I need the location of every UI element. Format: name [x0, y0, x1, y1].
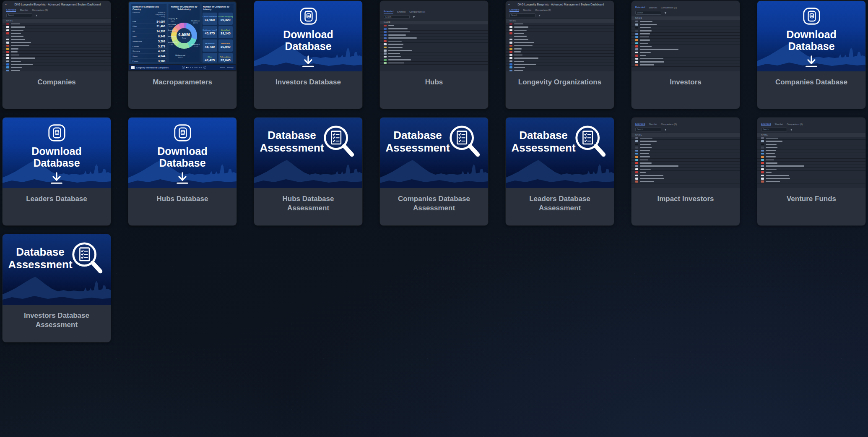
row-logo: [6, 51, 9, 53]
table-row: [506, 63, 614, 66]
thumb-tab: Extended: [635, 5, 645, 9]
row-text: [640, 49, 678, 50]
table-row: [632, 42, 740, 45]
table-row: [757, 146, 865, 149]
card-hubs-database[interactable]: Download Database Hubs Database: [128, 118, 236, 225]
table-row: [632, 20, 740, 23]
row-text: [640, 58, 663, 60]
row-text: [11, 61, 21, 62]
row-logo: [635, 144, 638, 146]
table-row: [506, 66, 614, 69]
table-row: [380, 31, 488, 34]
filter-icon: [664, 128, 667, 131]
kpi-card: Clinical Data Manag...61,960: [203, 13, 217, 25]
row-logo: [6, 36, 9, 38]
window-title: DKG Longevity Blueprints - Advanced Mana…: [510, 3, 611, 6]
table-row: [380, 37, 488, 40]
card-investors-database-assessment[interactable]: Database Assessment Investors Database A…: [3, 234, 111, 342]
table-row: [380, 62, 488, 65]
country-row: Other21,406: [131, 24, 167, 29]
row-text: [388, 56, 401, 58]
row-text: [388, 47, 403, 48]
row-text: [766, 181, 780, 182]
row-logo: [509, 51, 512, 53]
card-longevity-organizations[interactable]: « DKG Longevity Blueprints - Advanced Ma…: [506, 1, 614, 109]
row-logo: [509, 54, 512, 56]
card-leaders-database-assessment[interactable]: Database Assessment Leaders Database Ass…: [506, 118, 614, 225]
table-row: [506, 47, 614, 50]
kpi-card: AI R&D for Ageing R...39,320: [218, 13, 233, 25]
row-logo: [509, 60, 512, 63]
card-title: Longevity Organizations: [506, 78, 614, 87]
database-assessment-tile: Database Assessment: [506, 118, 614, 188]
report-title: Longevity International Companies: [136, 66, 169, 69]
segment-label: Advanced BioTe7.8%: [168, 41, 177, 46]
row-text: [640, 43, 648, 44]
table-row: [380, 58, 488, 61]
table-row: [3, 69, 111, 71]
row-text: [640, 150, 650, 151]
database-assessment-tile: Database Assessment: [254, 118, 362, 188]
kpi-grid: Clinical Data Manag...61,960AI R&D for A…: [201, 11, 234, 63]
row-text: [11, 26, 25, 28]
thumb-tab: Extended: [384, 10, 393, 13]
column-header: Name: [757, 133, 865, 137]
row-logo: [509, 29, 512, 31]
card-title: Companies Database Assessment: [380, 194, 488, 213]
table-row: [506, 38, 614, 41]
card-hubs-database-assessment[interactable]: Database Assessment Hubs Database Assess…: [254, 118, 362, 225]
card-macroparameters[interactable]: Number of Companies by Country Dimension…: [128, 1, 236, 109]
card-hubs[interactable]: « ExtendedShortlistComparison (0) Search…: [380, 1, 488, 109]
card-title: Hubs Database: [128, 194, 236, 204]
row-text: [514, 48, 522, 50]
table-row: [632, 180, 740, 183]
dashboard-preview: Number of Companies by Country Dimension…: [128, 1, 236, 71]
table-row: [632, 54, 740, 57]
search-input: Search: [384, 15, 410, 19]
table-preview: « DKG Longevity Blueprints - Advanced Ma…: [3, 1, 111, 71]
table-row: [632, 155, 740, 158]
card-impact-investors[interactable]: « ExtendedShortlistComparison (0) Search…: [632, 118, 740, 225]
search-input: Search: [6, 13, 32, 17]
table-row: [632, 162, 740, 165]
row-text: [766, 165, 804, 167]
search-input: Search: [635, 11, 661, 15]
row-text: [388, 34, 406, 36]
thumb-tabs: ExtendedShortlistComparison (0): [757, 122, 865, 126]
thumb-tab: Shortlist: [20, 8, 28, 12]
card-companies-database-assessment[interactable]: Database Assessment Companies Database A…: [380, 118, 488, 225]
card-companies-database[interactable]: Download Database Companies Database: [757, 1, 865, 109]
table-row: [757, 171, 865, 174]
card-investors-database[interactable]: Download Database Investors Database: [254, 1, 362, 109]
row-text: [11, 36, 23, 37]
card-leaders-database[interactable]: Download Database Leaders Database: [3, 118, 111, 225]
card-investors[interactable]: « ExtendedShortlistComparison (0) Search…: [632, 1, 740, 109]
companies-by-country-panel: Number of Companies by Country Dimension…: [131, 4, 167, 63]
row-logo: [384, 25, 387, 27]
thumb-tab: Shortlist: [523, 8, 531, 12]
thumb-tab: Extended: [509, 8, 519, 12]
table-row: [757, 180, 865, 183]
row-logo: [761, 156, 764, 158]
row-text: [766, 169, 777, 170]
table-row: [757, 168, 865, 171]
row-logo: [384, 37, 387, 39]
database-assessment-title: Database Assessment: [258, 129, 325, 154]
segment-label: Longevity Fin13.2%: [191, 43, 200, 47]
card-companies[interactable]: « DKG Longevity Blueprints - Advanced Ma…: [3, 1, 111, 109]
row-text: [640, 153, 649, 154]
page-dot: [199, 67, 200, 68]
table-row: [380, 55, 488, 58]
row-text: [388, 37, 417, 39]
row-logo: [635, 39, 638, 41]
row-text: [514, 55, 522, 56]
table-row: [380, 24, 488, 27]
thumb-tab: Extended: [635, 122, 645, 126]
card-venture-funds[interactable]: « ExtendedShortlistComparison (0) Search…: [757, 118, 865, 225]
table-row: [632, 137, 740, 140]
table-row: [506, 54, 614, 57]
magnifier-checklist-icon: [446, 123, 484, 162]
row-text: [11, 67, 22, 68]
table-row: [380, 46, 488, 49]
thumb-rows: [632, 137, 740, 183]
